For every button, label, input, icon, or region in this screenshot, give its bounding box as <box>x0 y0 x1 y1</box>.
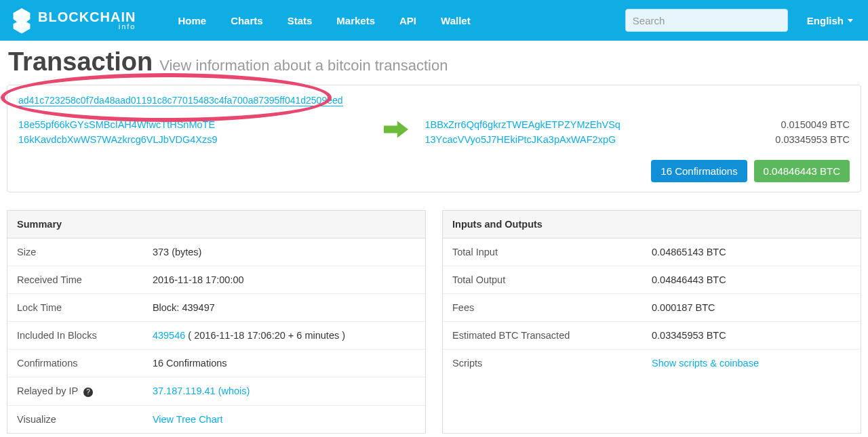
table-row: Confirmations 16 Confirmations <box>7 350 425 377</box>
search-box[interactable] <box>625 9 788 32</box>
nav-stats[interactable]: Stats <box>278 8 322 33</box>
total-input-label: Total Input <box>452 247 652 257</box>
viz-label: Visualize <box>17 414 153 425</box>
relay-label: Relayed by IP ? <box>17 386 153 397</box>
table-row: Lock Time Block: 439497 <box>7 294 425 322</box>
included-label: Included In Blocks <box>17 330 153 341</box>
relay-value: 37.187.119.41 (whois) <box>153 386 416 396</box>
page-subtitle: View information about a bitcoin transac… <box>159 57 448 74</box>
conf-label: Confirmations <box>17 358 153 369</box>
table-row: Total Input 0.04865143 BTC <box>443 238 861 266</box>
table-row: Scripts Show scripts & coinbase <box>443 350 861 377</box>
input-address-0[interactable]: 18e55pf66kGYsSMBcIAH4WfwcTtHSnMoTE <box>18 119 215 130</box>
total-output-value: 0.04846443 BTC <box>652 274 851 285</box>
top-navbar: BLOCKCHAIN info Home Charts Stats Market… <box>0 0 868 41</box>
io-title: Inputs and Outputs <box>443 211 861 238</box>
nav-wallet[interactable]: Wallet <box>431 8 480 33</box>
nav-charts[interactable]: Charts <box>221 8 273 33</box>
table-row: Received Time 2016-11-18 17:00:00 <box>7 266 425 294</box>
scripts-label: Scripts <box>452 358 652 369</box>
tree-chart-link[interactable]: View Tree Chart <box>153 414 223 425</box>
language-selector[interactable]: English <box>793 8 859 33</box>
included-suffix: ( 2016-11-18 17:06:20 + 6 minutes ) <box>185 330 345 341</box>
nav-home[interactable]: Home <box>168 8 216 33</box>
input-address-1[interactable]: 16kKavdcbXwWS7WAzkrcg6VLJbVDG4Xzs9 <box>18 134 218 145</box>
nav-markets[interactable]: Markets <box>327 8 384 33</box>
table-row: Included In Blocks 439546 ( 2016-11-18 1… <box>7 322 425 350</box>
table-row: Visualize View Tree Chart <box>7 406 425 433</box>
fees-value: 0.000187 BTC <box>652 302 851 313</box>
output-amount-1: 0.03345953 BTC <box>728 133 850 148</box>
nav-api[interactable]: API <box>390 8 426 33</box>
io-table: Inputs and Outputs Total Input 0.0486514… <box>442 210 861 434</box>
received-value: 2016-11-18 17:00:00 <box>153 274 416 285</box>
summary-title: Summary <box>7 211 425 238</box>
table-row: Relayed by IP ? 37.187.119.41 (whois) <box>7 377 425 406</box>
primary-nav: Home Charts Stats Markets API Wallet <box>168 8 479 33</box>
size-label: Size <box>17 247 153 257</box>
brand-logo[interactable]: BLOCKCHAIN info <box>4 7 142 34</box>
page-title: Transaction <box>8 47 153 76</box>
included-value: 439546 ( 2016-11-18 17:06:20 + 6 minutes… <box>153 330 416 341</box>
output-address-1[interactable]: 13YcacVVyo5J7HEkiPtcJKa3pAxWAF2xpG <box>425 134 616 145</box>
transaction-panel: ad41c723258c0f7da48aad01191c8c77015483c4… <box>7 85 861 192</box>
output-address-0[interactable]: 1BBxZrr6Qqf6gkrzTWEAgkETPZYMzEhVSq <box>425 119 620 130</box>
help-icon[interactable]: ? <box>83 388 93 397</box>
est-value: 0.03345953 BTC <box>652 330 851 341</box>
est-label: Estimated BTC Transacted <box>452 330 652 341</box>
tx-hash-link[interactable]: ad41c723258c0f7da48aad01191c8c77015483c4… <box>18 95 343 106</box>
received-label: Received Time <box>17 274 153 285</box>
fees-label: Fees <box>452 302 652 313</box>
total-output-label: Total Output <box>452 274 652 285</box>
language-label: English <box>807 15 844 26</box>
conf-value: 16 Confirmations <box>153 358 416 369</box>
size-value: 373 (bytes) <box>153 247 416 257</box>
total-btc-badge[interactable]: 0.04846443 BTC <box>754 160 850 182</box>
svg-marker-0 <box>384 121 408 138</box>
outputs-column: 1BBxZrr6Qqf6gkrzTWEAgkETPZYMzEhVSq 13Yca… <box>425 118 728 148</box>
search-input[interactable] <box>633 15 781 26</box>
output-amounts: 0.0150049 BTC 0.03345953 BTC <box>728 118 850 148</box>
brand-text: BLOCKCHAIN info <box>38 10 136 30</box>
lock-label: Lock Time <box>17 302 153 313</box>
page-header: Transaction View information about a bit… <box>5 41 863 85</box>
table-row: Fees 0.000187 BTC <box>443 294 861 322</box>
table-row: Estimated BTC Transacted 0.03345953 BTC <box>443 322 861 350</box>
scripts-link[interactable]: Show scripts & coinbase <box>652 358 759 369</box>
table-row: Size 373 (bytes) <box>7 238 425 266</box>
brand-sub: info <box>38 23 136 30</box>
chevron-down-icon <box>848 19 853 22</box>
blockchain-logo-icon <box>11 7 33 34</box>
table-row: Total Output 0.04846443 BTC <box>443 266 861 294</box>
summary-table: Summary Size 373 (bytes) Received Time 2… <box>7 210 426 434</box>
inputs-column: 18e55pf66kGYsSMBcIAH4WfwcTtHSnMoTE 16kKa… <box>18 118 384 148</box>
arrow-right-icon <box>384 121 408 138</box>
total-input-value: 0.04865143 BTC <box>652 247 851 257</box>
lock-value: Block: 439497 <box>153 302 416 313</box>
relay-ip-link[interactable]: 37.187.119.41 (whois) <box>153 386 250 396</box>
included-block-link[interactable]: 439546 <box>153 330 185 341</box>
brand-name: BLOCKCHAIN <box>38 10 136 24</box>
output-amount-0: 0.0150049 BTC <box>728 118 850 133</box>
confirmations-badge[interactable]: 16 Confirmations <box>651 160 747 182</box>
